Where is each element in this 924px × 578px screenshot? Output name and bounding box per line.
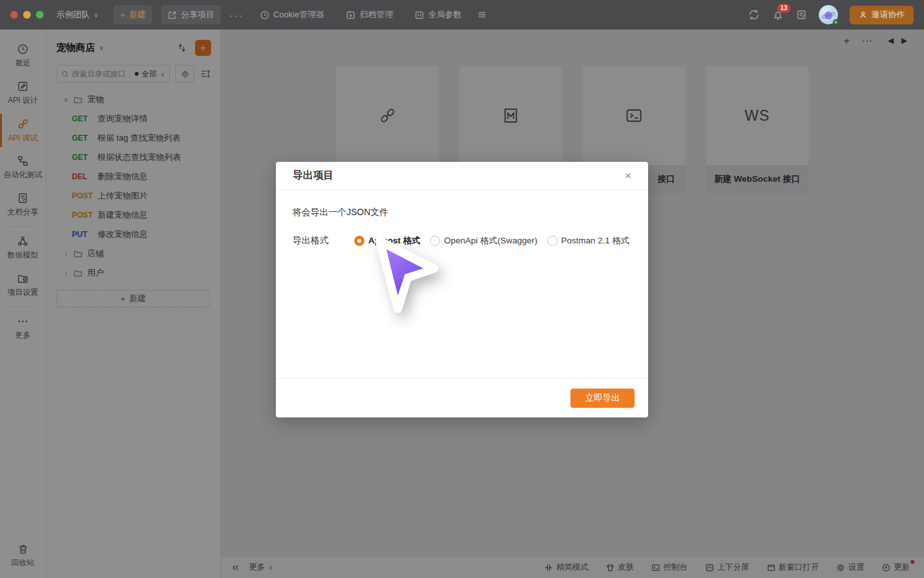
export-now-button[interactable]: 立即导出 — [570, 389, 635, 408]
team-name: 示例团队 — [56, 9, 90, 21]
more-toolbar-icon[interactable]: ··· — [230, 10, 243, 21]
cookie-clock-icon — [260, 10, 270, 20]
person-icon — [859, 10, 868, 19]
changelog-icon[interactable] — [796, 9, 807, 21]
global-params-icon — [415, 10, 424, 20]
env-filter-icon[interactable] — [477, 10, 487, 20]
notifications-button[interactable]: 13 — [772, 9, 784, 21]
invite-collaborate-button[interactable]: 邀请协作 — [850, 6, 914, 24]
online-status-dot — [833, 19, 839, 25]
radio-option-openapi[interactable]: OpenApi 格式(Swagger) — [430, 235, 538, 247]
archive-icon — [346, 10, 355, 20]
cookie-manager-button[interactable]: Cookie管理器 — [253, 5, 330, 24]
radio-selected-icon — [354, 236, 364, 246]
minimize-window-button[interactable] — [23, 11, 31, 19]
new-button[interactable]: + 新建 — [114, 5, 152, 24]
format-options: Apipost 格式 OpenApi 格式(Swagger) Postman 2… — [354, 235, 629, 247]
format-label: 导出格式 — [293, 235, 354, 247]
plus-icon: + — [120, 10, 125, 20]
export-project-modal: 导出项目 × 将会导出一个JSON文件 导出格式 Apipost 格式 Open… — [276, 162, 648, 417]
app-header: 示例团队 ∨ + 新建 分享项目 ··· Cookie管理器 归档管理 全局参数… — [0, 0, 924, 30]
archive-manager-button[interactable]: 归档管理 — [339, 5, 399, 24]
avatar[interactable] — [819, 5, 838, 24]
share-project-button[interactable]: 分享项目 — [161, 5, 221, 24]
share-icon — [167, 10, 177, 20]
window-controls — [10, 11, 44, 19]
maximize-window-button[interactable] — [36, 11, 44, 19]
sync-icon[interactable] — [748, 8, 760, 21]
chevron-down-icon: ∨ — [94, 12, 98, 19]
radio-unselected-icon — [430, 236, 440, 246]
close-window-button[interactable] — [10, 11, 18, 19]
radio-option-apipost[interactable]: Apipost 格式 — [354, 235, 420, 247]
radio-option-postman[interactable]: Postman 2.1 格式 — [547, 235, 630, 247]
export-description: 将会导出一个JSON文件 — [293, 207, 631, 218]
global-params-button[interactable]: 全局参数 — [408, 5, 468, 24]
team-switcher[interactable]: 示例团队 ∨ — [56, 9, 98, 21]
radio-unselected-icon — [547, 236, 558, 246]
notification-badge: 13 — [777, 4, 791, 13]
close-icon[interactable]: × — [625, 170, 631, 181]
modal-title: 导出项目 — [293, 169, 334, 182]
